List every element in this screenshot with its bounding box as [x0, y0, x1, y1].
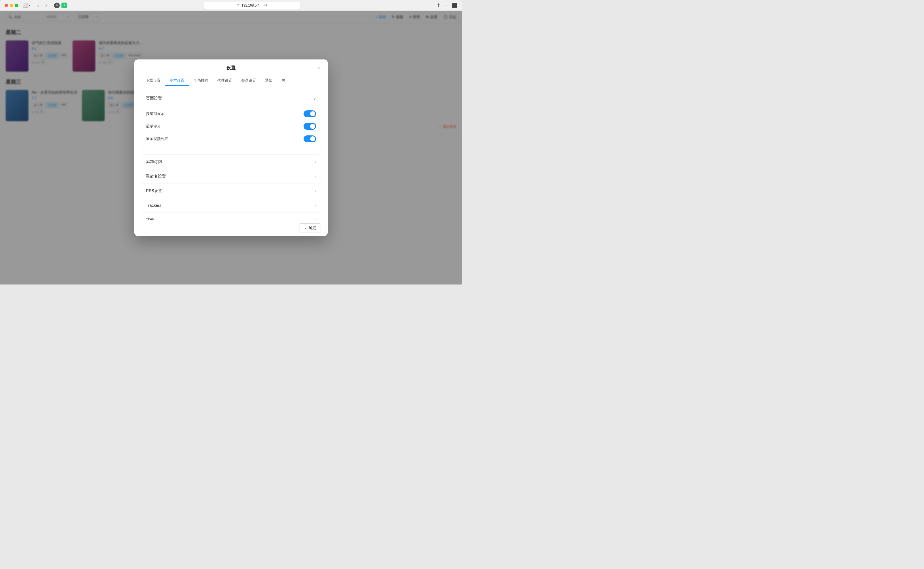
settings-row-score: 显示评分	[146, 120, 316, 132]
score-label: 显示评分	[146, 124, 161, 129]
expand-rows-group: 添加订阅 › 重命名设置 › RSS设置 › Trackers › 其他 ›	[141, 155, 321, 220]
address-bar[interactable]: ⊡ 192.168.5.4 ↻	[204, 2, 301, 9]
rename-label: 重命名设置	[146, 174, 166, 179]
address-text: 192.168.5.4	[242, 3, 260, 8]
tab-about[interactable]: 关于	[277, 76, 293, 86]
other-label: 其他	[146, 218, 154, 220]
tab-global[interactable]: 全局排除	[189, 76, 213, 86]
share-button[interactable]: ⬆	[437, 3, 441, 8]
minimize-traffic-light[interactable]	[10, 4, 13, 7]
sidebar-toggle-button[interactable]: ⬜ ▾	[23, 3, 30, 8]
tab-login[interactable]: 登录设置	[237, 76, 261, 86]
maximize-traffic-light[interactable]	[15, 4, 18, 7]
reload-button[interactable]: ↻	[264, 3, 267, 8]
tab-notify[interactable]: 通知	[261, 76, 277, 86]
rename-chevron: ›	[315, 174, 316, 179]
tab-basic[interactable]: 基本设置	[165, 76, 189, 86]
rss-label: RSS设置	[146, 188, 162, 193]
extension-icons: ⊕ S	[54, 3, 67, 8]
modal-title: 设置	[226, 65, 236, 71]
ext-icon-2[interactable]: S	[61, 3, 67, 8]
playlist-label: 显示视频列表	[146, 136, 168, 141]
app-area: 🔍 请选择 ▾ 已启用 ▾ + 添加 ↻ 刷新 ≡	[0, 11, 462, 284]
modal-close-button[interactable]: ×	[315, 65, 322, 72]
tab-proxy[interactable]: 代理设置	[213, 76, 237, 86]
forward-button[interactable]: ›	[43, 2, 50, 9]
subscription-label: 添加订阅	[146, 159, 162, 164]
page-settings-header[interactable]: 页面设置 ∨	[141, 92, 321, 105]
modal-header: 设置 ×	[134, 59, 328, 71]
settings-row-playlist: 显示视频列表	[146, 132, 316, 145]
expand-row-rename[interactable]: 重命名设置 ›	[141, 169, 321, 184]
other-chevron: ›	[315, 218, 316, 220]
page-settings-content: 按星期展示 显示评分 显示视频列表	[141, 105, 321, 150]
expand-row-other[interactable]: 其他 ›	[141, 213, 321, 220]
address-bar-wrap: ⊡ 192.168.5.4 ↻	[70, 2, 435, 9]
browser-right-buttons: ⬆ ＋ ⬛	[437, 2, 457, 8]
back-button[interactable]: ‹	[35, 2, 41, 9]
traffic-lights	[5, 4, 18, 7]
modal-body: 页面设置 ∨ 按星期展示 显示评分 显示视频	[134, 86, 328, 220]
page-settings-title: 页面设置	[146, 96, 162, 101]
confirm-button[interactable]: ✓ 确定	[299, 223, 321, 233]
modal-footer: ✓ 确定	[134, 220, 328, 236]
trackers-chevron: ›	[315, 203, 316, 208]
modal-tabs: 下载设置 基本设置 全局排除 代理设置 登录设置 通知 关于	[134, 72, 328, 86]
rss-chevron: ›	[315, 188, 316, 193]
page-settings-group: 页面设置 ∨ 按星期展示 显示评分 显示视频	[141, 91, 321, 150]
weekday-toggle[interactable]	[304, 110, 316, 117]
new-tab-button[interactable]: ＋	[444, 2, 448, 8]
score-toggle[interactable]	[304, 123, 316, 130]
close-traffic-light[interactable]	[5, 4, 8, 7]
expand-row-subscription[interactable]: 添加订阅 ›	[141, 155, 321, 169]
confirm-label: ✓ 确定	[304, 225, 316, 230]
tab-download[interactable]: 下载设置	[141, 76, 165, 86]
trackers-label: Trackers	[146, 203, 161, 208]
nav-buttons: ‹ ›	[35, 2, 50, 9]
address-icon: ⊡	[237, 3, 239, 7]
settings-row-weekday: 按星期展示	[146, 108, 316, 120]
subscription-chevron: ›	[315, 159, 316, 164]
playlist-toggle[interactable]	[304, 135, 316, 142]
tab-overview-button[interactable]: ⬛	[452, 3, 457, 8]
browser-chrome: ⬜ ▾ ‹ › ⊕ S ⊡ 192.168.5.4 ↻ ⬆ ＋ ⬛	[0, 0, 462, 11]
page-settings-chevron: ∨	[313, 96, 316, 101]
settings-modal: 设置 × 下载设置 基本设置 全局排除 代理设置 登录设置 通知	[134, 59, 328, 236]
weekday-label: 按星期展示	[146, 111, 164, 116]
expand-row-trackers[interactable]: Trackers ›	[141, 198, 321, 213]
ext-icon-1[interactable]: ⊕	[54, 3, 60, 8]
expand-row-rss[interactable]: RSS设置 ›	[141, 184, 321, 198]
close-icon: ×	[317, 65, 320, 70]
